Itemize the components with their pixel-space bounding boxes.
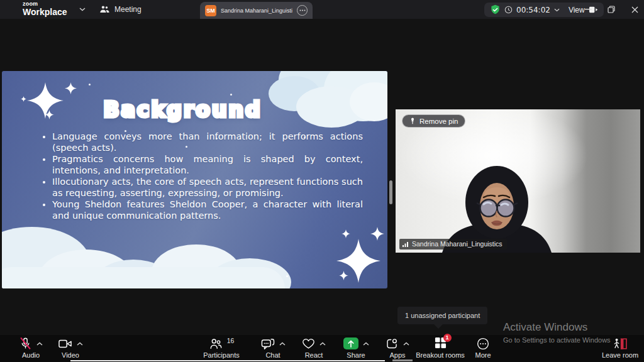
timer-chevron-down-icon[interactable] [554, 8, 560, 12]
tab-meeting[interactable]: Meeting [93, 0, 148, 19]
leave-room-button[interactable]: Leave room [596, 335, 644, 362]
window-close-button[interactable] [624, 0, 644, 19]
chat-icon [261, 337, 275, 350]
sparkle-icon [341, 229, 350, 238]
close-icon [631, 6, 638, 13]
watermark-title: Activate Windows [503, 321, 611, 334]
share-button[interactable]: Share [337, 335, 375, 362]
restore-icon [608, 6, 615, 13]
leave-room-label: Leave room [602, 351, 638, 359]
more-label: More [475, 351, 491, 359]
slide-bullet-list: Language conveys more than information; … [41, 131, 363, 222]
slide-bullet: Young Sheldon features Sheldon Cooper, a… [52, 199, 363, 222]
participants-count: 16 [227, 337, 235, 344]
react-label: React [305, 351, 323, 359]
slide-title: Background [2, 97, 375, 122]
leave-room-icon [612, 337, 628, 350]
security-shield-icon [490, 4, 501, 15]
signal-bars-icon [402, 241, 409, 247]
video-options-caret-icon[interactable] [77, 342, 83, 346]
share-tab-title: Sandrina Maharani_Linguistics's s [221, 8, 292, 14]
sparkle-dot [230, 94, 232, 96]
more-ellipsis-icon [477, 337, 489, 350]
zoom-workplace-logo[interactable]: zoom Workplace [23, 1, 67, 16]
react-options-caret-icon[interactable] [319, 342, 326, 346]
apps-options-caret-icon[interactable] [403, 342, 409, 346]
window-restore-button[interactable] [601, 0, 622, 19]
share-label: Share [347, 351, 365, 359]
participants-button[interactable]: 16 Participants [195, 335, 248, 362]
logo-workplace-text: Workplace [23, 8, 67, 16]
zoom-meeting-window: zoom Workplace Meeting SM Sandrina Mahar… [0, 0, 644, 362]
slide-bullet: Illocutionary acts, the core of speech a… [52, 177, 363, 199]
meeting-tab-label: Meeting [114, 5, 142, 14]
breakout-rooms-label: Breakout rooms [416, 351, 465, 359]
participant-name-badge: Sandrina Maharani_Linguistics [399, 239, 507, 250]
remove-pin-label: Remove pin [419, 118, 458, 125]
remove-pin-button[interactable]: Remove pin [402, 114, 465, 128]
taskbar-edge-segment [392, 359, 413, 361]
ellipsis-icon [299, 9, 306, 11]
breakout-rooms-button[interactable]: 1 Breakout rooms [411, 335, 469, 362]
share-icon [343, 337, 358, 349]
more-button[interactable]: More [468, 335, 498, 362]
minimize-icon [585, 9, 592, 10]
pin-icon [409, 117, 416, 125]
apps-icon [386, 337, 399, 350]
share-tab-avatar: SM [205, 5, 216, 16]
titlebar: zoom Workplace Meeting SM Sandrina Mahar… [0, 0, 644, 19]
workspace-chevron-down-icon[interactable] [79, 8, 86, 11]
share-options-caret-icon[interactable] [363, 342, 369, 346]
window-minimize-button[interactable] [577, 0, 599, 19]
audio-options-caret-icon[interactable] [36, 342, 43, 346]
clock-icon [504, 6, 513, 14]
participant-name: Sandrina Maharani_Linguistics [412, 240, 502, 248]
chat-button[interactable]: Chat [254, 335, 292, 362]
unassigned-participant-tooltip: 1 unassigned participant [397, 307, 487, 324]
slide-bullet: Language conveys more than information; … [52, 131, 363, 154]
logo-zoom-text: zoom [23, 1, 67, 7]
pinned-video-tile[interactable]: Remove pin Sandrina Maharani_Linguistics [396, 109, 640, 253]
share-tab-options-button[interactable] [297, 5, 308, 16]
sparkle-icon [65, 82, 77, 94]
meeting-timer: 00:54:02 [516, 6, 550, 14]
sparkle-icon [370, 227, 384, 241]
microphone-muted-icon [19, 337, 32, 350]
meeting-people-icon [99, 5, 110, 14]
chat-options-caret-icon[interactable] [279, 342, 286, 346]
apps-button[interactable]: Apps [379, 335, 416, 362]
taskbar-edge-line [70, 360, 385, 361]
apps-label: Apps [389, 351, 405, 359]
cloud-shape [2, 267, 285, 288]
sparkle-icon [339, 271, 348, 280]
video-label: Video [62, 351, 79, 359]
chat-label: Chat [265, 351, 280, 359]
sparkle-dot [89, 84, 91, 85]
slide-bullet: Pragmatics concerns how meaning is shape… [52, 154, 363, 177]
video-button[interactable]: Video [53, 335, 88, 362]
sparkle-dot [286, 275, 288, 277]
audio-button[interactable]: Audio [9, 335, 53, 362]
panel-resize-handle[interactable] [389, 180, 392, 204]
participants-label: Participants [203, 351, 239, 359]
camera-icon [58, 337, 72, 350]
heart-icon [302, 337, 315, 349]
react-button[interactable]: React [294, 335, 333, 362]
tab-shared-screen[interactable]: SM Sandrina Maharani_Linguistics's s [200, 2, 313, 19]
shared-screen-slide: Background Language conveys more than in… [2, 71, 387, 288]
participants-icon [209, 337, 223, 350]
audio-label: Audio [22, 351, 40, 359]
breakout-rooms-badge: 1 [443, 334, 452, 342]
